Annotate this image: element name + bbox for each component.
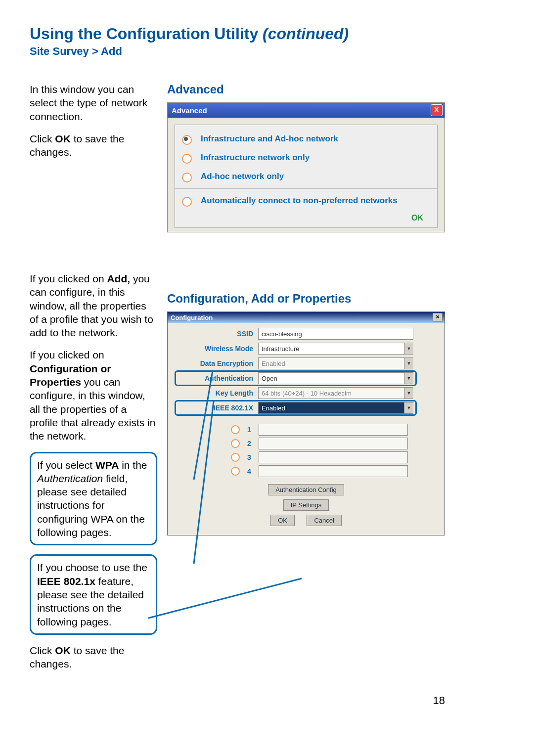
key-row-4[interactable]: 4 — [231, 465, 436, 477]
mode-label: Wireless Mode — [177, 345, 258, 353]
chevron-down-icon[interactable]: ▼ — [404, 402, 413, 413]
radio-icon[interactable] — [231, 425, 240, 434]
key-row-1[interactable]: 1 — [231, 424, 436, 436]
advanced-save-note: Click OK to save the changes. — [30, 132, 157, 159]
advanced-window-title: Advanced — [172, 106, 207, 115]
ssid-label: SSID — [177, 330, 258, 338]
chevron-down-icon[interactable]: ▼ — [404, 373, 413, 384]
option-adhoc-only[interactable]: Ad-hoc network only — [182, 168, 430, 186]
enc-label: Data Encryption — [177, 359, 258, 367]
advanced-window: Advanced X Infrastructure and Ad-hoc net… — [167, 102, 445, 232]
option-infra-only[interactable]: Infrastructure network only — [182, 149, 430, 168]
key-field-2[interactable] — [259, 438, 408, 449]
radio-icon[interactable] — [182, 154, 192, 164]
ok-button[interactable]: OK — [270, 515, 295, 526]
row-key-length: Key Length 64 bits (40+24) - 10 Hexadeci… — [177, 387, 436, 399]
chevron-down-icon[interactable]: ▼ — [404, 343, 413, 354]
close-icon[interactable]: X — [431, 104, 443, 116]
close-icon[interactable]: × — [433, 313, 443, 322]
config-titlebar: Configuration × — [168, 312, 445, 323]
chevron-down-icon[interactable]: ▼ — [404, 358, 413, 369]
radio-icon[interactable] — [231, 453, 240, 462]
ieee-select[interactable]: Enabled▼ — [258, 402, 413, 414]
section2-text: If you clicked on Add, you can configure… — [30, 272, 157, 679]
row-wireless-mode: Wireless Mode Infrastructure▼ — [177, 343, 436, 355]
advanced-titlebar: Advanced X — [168, 103, 445, 118]
option-auto-connect[interactable]: Automatically connect to non-preferred n… — [182, 192, 430, 211]
key-field-4[interactable] — [259, 465, 408, 477]
ieee-callout: If you choose to use the IEEE 802.1x fea… — [30, 554, 157, 634]
config-add-desc: If you clicked on Add, you can configure… — [30, 272, 157, 339]
radio-icon[interactable] — [231, 467, 240, 476]
cancel-button[interactable]: Cancel — [307, 515, 341, 526]
radio-icon[interactable] — [231, 439, 240, 448]
radio-icon[interactable] — [182, 135, 192, 145]
radio-icon[interactable] — [182, 197, 192, 207]
page-title: Using the Configuration Utility (continu… — [30, 25, 445, 43]
config-window-title: Configuration — [171, 314, 213, 321]
breadcrumb: Site Survey > Add — [30, 45, 445, 58]
key-row-2[interactable]: 2 — [231, 438, 436, 449]
keylen-label: Key Length — [177, 389, 258, 397]
row-data-encryption: Data Encryption Enabled▼ — [177, 357, 436, 369]
row-authentication: Authentication Open▼ — [177, 372, 436, 384]
enc-select[interactable]: Enabled▼ — [258, 357, 413, 369]
chevron-down-icon[interactable]: ▼ — [404, 388, 413, 399]
option-infra-adhoc[interactable]: Infrastructure and Ad-hoc network — [182, 130, 430, 149]
advanced-desc: In this window you can select the type o… — [30, 83, 157, 123]
radio-icon[interactable] — [182, 173, 192, 182]
row-ieee8021x: IEEE 802.1X Enabled▼ — [177, 402, 436, 414]
wpa-callout: If you select WPA in the Authentication … — [30, 452, 157, 546]
key-field-1[interactable] — [259, 424, 408, 436]
advanced-options-box: Infrastructure and Ad-hoc network Infras… — [175, 125, 438, 228]
keylen-select[interactable]: 64 bits (40+24) - 10 Hexadecim▼ — [258, 387, 413, 399]
page-number: 18 — [30, 694, 445, 707]
auth-config-button[interactable]: Authentication Config — [268, 484, 344, 495]
ip-settings-button[interactable]: IP Settings — [283, 499, 329, 511]
advanced-heading: Advanced — [167, 83, 445, 96]
auth-label: Authentication — [177, 374, 258, 382]
title-continued: (continued) — [263, 25, 349, 43]
config-props-desc: If you clicked on Configuration or Prope… — [30, 348, 157, 443]
key-row-3[interactable]: 3 — [231, 451, 436, 463]
config-heading: Configuration, Add or Properties — [167, 292, 445, 306]
section1-text: In this window you can select the type o… — [30, 83, 157, 168]
configuration-window: Configuration × SSID cisco-blessing Wire… — [167, 311, 445, 535]
key-field-3[interactable] — [259, 451, 408, 463]
auth-select[interactable]: Open▼ — [258, 372, 413, 384]
mode-select[interactable]: Infrastructure▼ — [258, 343, 413, 355]
ssid-input[interactable]: cisco-blessing — [258, 328, 413, 340]
config-save-note: Click OK to save the changes. — [30, 644, 157, 671]
ok-button[interactable]: OK — [411, 214, 430, 222]
ieee-label: IEEE 802.1X — [177, 404, 258, 412]
svg-line-2 — [148, 578, 302, 618]
divider — [175, 188, 437, 189]
title-main: Using the Configuration Utility — [30, 25, 263, 43]
row-ssid: SSID cisco-blessing — [177, 328, 436, 340]
